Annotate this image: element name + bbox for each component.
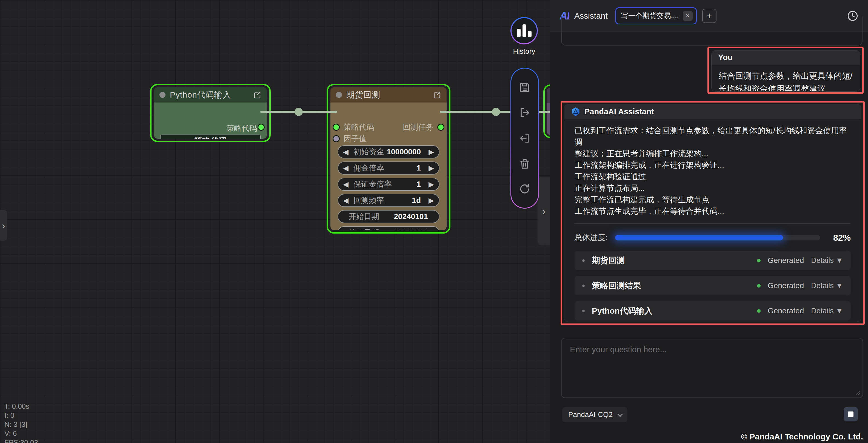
node-status-dot: [336, 92, 342, 98]
status-green-dot: [757, 309, 761, 313]
bullet-icon: [582, 259, 585, 262]
param-value: 1: [416, 164, 421, 172]
app-window: Python代码输入 策略代码 策略代码 期货回测: [0, 0, 868, 443]
bullet-icon: [582, 310, 585, 312]
delete-button[interactable]: [518, 157, 531, 170]
decrement-arrow-icon[interactable]: ◀: [343, 196, 352, 205]
stop-generation-button[interactable]: [844, 407, 858, 421]
stat-i: I: 0: [4, 411, 38, 420]
model-select[interactable]: PandaAI-CQ2: [562, 407, 627, 422]
output-port-strategy-code[interactable]: [257, 124, 265, 131]
message-line: 工作流架构验证通过: [575, 171, 851, 182]
param-value: 10000000: [386, 147, 421, 156]
details-toggle[interactable]: Details ▼: [811, 280, 843, 291]
message-author-name: PandaAI Assistant: [584, 107, 654, 116]
copyright-text: © PandaAI Technology Co. Ltd.: [741, 432, 863, 441]
user-message-bubble: You 结合回测节点参数，给出更具体的短/ 长均线和资金使用率调整建议: [711, 51, 860, 92]
status-green-dot: [757, 259, 761, 262]
strategy-code-button[interactable]: 策略代码: [160, 135, 261, 139]
question-input-container: [561, 338, 863, 398]
stat-v: V: 6: [4, 429, 38, 438]
node-python-code-input[interactable]: Python代码输入 策略代码 策略代码: [154, 87, 267, 139]
progress-bar-track: [615, 235, 820, 240]
import-button[interactable]: [518, 131, 531, 145]
increment-arrow-icon[interactable]: ▶: [425, 180, 434, 188]
param-commission-multiplier[interactable]: ◀ 佣金倍率 1 ▶: [338, 161, 439, 175]
workflow-canvas[interactable]: Python代码输入 策略代码 策略代码 期货回测: [0, 0, 550, 443]
question-input[interactable]: [562, 338, 863, 397]
status-text: Generated: [768, 280, 804, 291]
previous-message-bubble-edge: [561, 17, 863, 46]
message-line: 已收到工作流需求：结合回测节点参数，给出更具体的短/长均线和资金使用率调: [575, 125, 851, 148]
resize-grip-icon[interactable]: [855, 390, 860, 395]
node-parameters: ◀ 初始资金 10000000 ▶ ◀ 佣金倍率 1 ▶ ◀ 保证金倍率: [338, 145, 439, 230]
edit-node-icon[interactable]: [253, 91, 261, 99]
node-futures-backtest[interactable]: 期货回测 策略代码 回测任务 因子值 ◀: [331, 87, 446, 230]
param-start-date[interactable]: 开始日期 20240101: [338, 210, 439, 223]
history-label: History: [505, 47, 543, 56]
trash-icon: [519, 158, 531, 170]
message-body: 结合回测节点参数，给出更具体的短/ 长均线和资金使用率调整建议: [712, 64, 860, 92]
increment-arrow-icon[interactable]: ▶: [425, 164, 434, 172]
progress-label: 总体进度:: [575, 232, 608, 243]
chevron-down-icon: [617, 411, 623, 417]
param-margin-multiplier[interactable]: ◀ 保证金倍率 1 ▶: [338, 178, 439, 191]
param-backtest-frequency[interactable]: ◀ 回测频率 1d ▶: [338, 194, 439, 207]
pandaai-logo-icon: [571, 107, 581, 117]
export-button[interactable]: [518, 106, 531, 119]
node-header[interactable]: Python代码输入: [154, 87, 267, 102]
decrement-arrow-icon[interactable]: ◀: [343, 164, 352, 172]
stat-fps: FPS:30.03: [4, 438, 38, 443]
save-button[interactable]: [518, 81, 531, 94]
generated-node-row[interactable]: 策略回测结果 Generated Details ▼: [575, 276, 851, 295]
node-title: Python代码输入: [170, 89, 249, 100]
decrement-arrow-icon[interactable]: ◀: [343, 148, 352, 156]
refresh-icon: [519, 183, 531, 195]
output-port-label: 回测任务: [403, 122, 433, 132]
param-label: 回测频率: [353, 195, 384, 206]
node-title: 期货回测: [346, 89, 429, 100]
message-line: 工作流节点生成完毕，正在等待合并代码...: [575, 205, 851, 217]
details-toggle[interactable]: Details ▼: [811, 255, 843, 266]
progress-percent: 82%: [828, 232, 851, 243]
message-author: You: [712, 51, 860, 64]
generated-node-row[interactable]: 期货回测 Generated Details ▼: [575, 251, 851, 270]
chevron-right-icon: ›: [542, 206, 545, 216]
assistant-message-bubble: PandaAI Assistant 已收到工作流需求：结合回测节点参数，给出更具…: [564, 104, 861, 322]
output-port-backtest-task[interactable]: [437, 124, 444, 131]
input-port-label: 策略代码: [344, 122, 374, 132]
right-panel-collapse-handle[interactable]: ›: [537, 177, 550, 245]
divider: [575, 224, 851, 224]
message-line: 长均线和资金使用率调整建议: [719, 82, 853, 92]
node-header[interactable]: 期货回测: [331, 87, 446, 102]
node-header: [547, 88, 550, 103]
message-line: 结合回测节点参数，给出更具体的短/: [719, 69, 853, 82]
connection-midpoint-dot: [294, 108, 303, 116]
node-name: 策略回测结果: [592, 280, 641, 291]
left-panel-expand-handle[interactable]: ›: [0, 210, 7, 241]
param-label: 佣金倍率: [353, 163, 384, 173]
param-initial-capital[interactable]: ◀ 初始资金 10000000 ▶: [338, 145, 439, 158]
param-label: 结束日期: [348, 228, 379, 230]
refresh-button[interactable]: [518, 182, 531, 196]
bullet-icon: [582, 285, 585, 287]
generated-node-row[interactable]: Python代码输入 Generated Details ▼: [575, 301, 851, 321]
node-body: [547, 103, 550, 135]
edit-node-icon[interactable]: [433, 91, 441, 99]
decrement-arrow-icon[interactable]: ◀: [343, 180, 352, 188]
node-body: 策略代码 回测任务 因子值 ◀ 初始资金 10000000 ▶: [331, 102, 446, 230]
param-end-date[interactable]: 结束日期 20241231: [338, 226, 439, 230]
export-icon: [519, 107, 531, 119]
history-button[interactable]: [510, 17, 538, 45]
increment-arrow-icon[interactable]: ▶: [425, 196, 434, 205]
status-text: Generated: [768, 255, 804, 266]
progress-bar-fill: [615, 235, 783, 240]
increment-arrow-icon[interactable]: ▶: [425, 148, 434, 156]
input-port-strategy-code[interactable]: [333, 124, 340, 131]
details-toggle[interactable]: Details ▼: [811, 305, 843, 317]
input-port-factor-value[interactable]: [333, 135, 340, 142]
connection-midpoint-dot: [492, 108, 500, 116]
message-line: 整建议；正在思考并编排工作流架构...: [575, 148, 851, 159]
canvas-toolbar: [510, 68, 539, 209]
param-value: 20241231: [394, 228, 428, 230]
